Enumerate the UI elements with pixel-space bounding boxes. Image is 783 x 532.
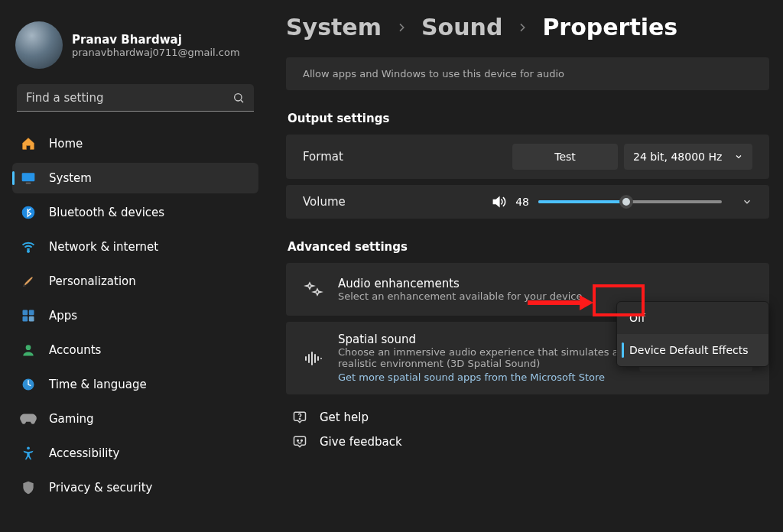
help-label: Get help [320,410,369,424]
system-icon [20,170,37,187]
get-help[interactable]: Get help [286,410,769,425]
nav-network[interactable]: Network & internet [12,232,258,262]
nav-label: Personalization [49,274,136,288]
nav-label: Gaming [49,412,94,426]
svg-point-20 [297,440,299,442]
apps-icon [20,307,37,324]
nav: Home System Bluetooth & devices Network … [12,128,258,503]
spatial-desc: Choose an immersive audio experience tha… [338,346,625,369]
enhancements-icon [303,281,324,299]
enh-option-off[interactable]: Off [617,302,768,334]
feedback-icon [292,434,307,449]
svg-point-4 [22,206,35,219]
spatial-title: Spatial sound [338,332,625,346]
nav-apps[interactable]: Apps [12,300,258,331]
spatial-store-link[interactable]: Get more spatial sound apps from the Mic… [338,371,605,383]
svg-marker-23 [580,295,593,310]
main: System Sound Properties Allow apps and W… [286,14,769,449]
nav-home[interactable]: Home [12,128,258,159]
svg-point-21 [301,440,303,442]
nav-label: Accessibility [49,446,119,460]
slider-thumb[interactable] [619,195,633,209]
nav-personalization[interactable]: Personalization [12,266,258,297]
clock-globe-icon [20,376,37,393]
person-icon [20,342,37,358]
search-wrap [17,84,254,112]
user-email: pranavbhardwaj0711@gmail.com [72,47,240,58]
annotation-arrow-icon [526,292,595,313]
nav-time[interactable]: Time & language [12,369,258,400]
volume-value: 48 [515,196,529,208]
svg-rect-18 [320,358,322,359]
nav-gaming[interactable]: Gaming [12,404,258,434]
nav-accounts[interactable]: Accounts [12,335,258,365]
svg-rect-16 [314,354,316,363]
nav-accessibility[interactable]: Accessibility [12,438,258,469]
nav-label: Network & internet [49,240,158,254]
svg-point-0 [235,94,242,101]
svg-rect-7 [29,310,34,316]
svg-rect-8 [23,316,28,322]
svg-rect-2 [22,173,35,181]
format-card: Format Test 24 bit, 48000 Hz [286,135,769,179]
svg-point-10 [26,345,31,350]
nav-system[interactable]: System [12,163,258,193]
format-value: 24 bit, 48000 Hz [633,151,722,163]
test-button[interactable]: Test [512,144,618,170]
spatial-sound-icon [303,350,324,367]
shield-icon [20,479,37,496]
section-output: Output settings [288,112,769,125]
gamepad-icon [20,410,37,427]
user-name: Pranav Bhardwaj [72,33,240,47]
format-select[interactable]: 24 bit, 48000 Hz [624,144,752,170]
svg-rect-6 [23,310,28,316]
nav-label: Time & language [49,378,147,391]
svg-rect-15 [311,352,313,365]
volume-card: Volume 48 [286,185,769,219]
allow-apps-card[interactable]: Allow apps and Windows to use this devic… [286,57,769,90]
home-icon [20,135,37,152]
bluetooth-icon [20,204,37,221]
svg-rect-9 [29,316,34,322]
nav-label: System [49,171,92,185]
wifi-icon [20,238,37,255]
enh-dropdown: Off Device Default Effects [616,301,769,367]
nav-privacy[interactable]: Privacy & security [12,472,258,503]
nav-label: Bluetooth & devices [49,206,164,219]
allow-apps-desc: Allow apps and Windows to use this devic… [303,68,564,79]
give-feedback[interactable]: Give feedback [286,434,769,449]
svg-rect-3 [26,183,31,184]
accessibility-icon [20,445,37,462]
crumb-sound[interactable]: Sound [421,14,502,41]
svg-rect-17 [317,356,319,361]
nav-label: Home [49,137,83,151]
chevron-down-icon[interactable] [742,196,752,207]
crumb-system[interactable]: System [286,14,382,41]
avatar [15,21,63,69]
feedback-label: Give feedback [320,435,402,449]
sidebar: Pranav Bhardwaj pranavbhardwaj0711@gmail… [0,0,268,532]
nav-label: Accounts [49,343,101,357]
search-input[interactable] [17,84,254,112]
breadcrumb: System Sound Properties [286,14,769,41]
nav-label: Privacy & security [49,481,152,495]
nav-bluetooth[interactable]: Bluetooth & devices [12,197,258,228]
help-icon [292,410,307,425]
chevron-right-icon [516,21,528,34]
crumb-properties: Properties [542,14,677,41]
chevron-down-icon [734,152,743,161]
enh-option-default[interactable]: Device Default Effects [617,334,768,366]
enh-title: Audio enhancements [338,277,752,290]
section-advanced: Advanced settings [288,240,769,254]
brush-icon [20,273,37,290]
speaker-icon[interactable] [491,194,506,209]
svg-rect-13 [305,356,307,361]
svg-rect-14 [308,354,310,363]
format-label: Format [303,150,512,164]
volume-slider[interactable] [538,200,722,203]
svg-point-19 [299,419,300,420]
svg-point-5 [28,251,29,252]
search-icon [232,92,245,104]
svg-line-1 [241,100,243,102]
user-block[interactable]: Pranav Bhardwaj pranavbhardwaj0711@gmail… [12,15,258,81]
